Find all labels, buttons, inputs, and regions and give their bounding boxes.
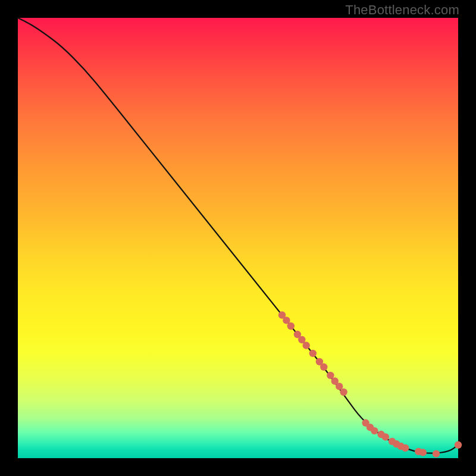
highlight-point — [433, 450, 440, 457]
highlight-point — [309, 350, 317, 357]
highlight-points-group — [278, 311, 462, 458]
highlight-point — [320, 364, 327, 371]
highlight-point — [402, 444, 409, 452]
highlight-point — [371, 427, 378, 434]
highlight-point — [287, 322, 295, 330]
highlight-point — [382, 433, 389, 440]
highlight-point — [303, 342, 310, 349]
watermark-text: TheBottleneck.com — [345, 2, 459, 18]
bottleneck-curve — [18, 18, 458, 453]
highlight-point — [340, 389, 347, 396]
highlight-point — [419, 449, 427, 456]
highlight-point — [455, 441, 462, 449]
chart-overlay-svg — [18, 18, 458, 458]
chart-container — [18, 18, 458, 458]
